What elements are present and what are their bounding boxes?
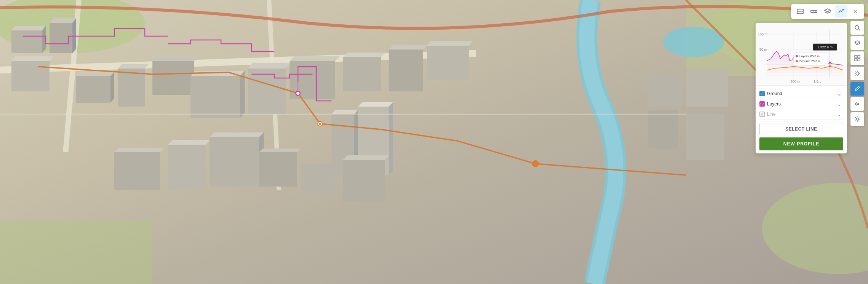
right-panel: ✕ [769, 0, 868, 284]
layers-icon-button[interactable] [850, 36, 864, 50]
search-icon-button[interactable] [850, 21, 864, 35]
svg-marker-16 [11, 56, 53, 61]
svg-marker-21 [118, 64, 149, 69]
svg-rect-24 [191, 76, 240, 118]
profile-panel: 100 m 50 m 500 m 1,0... 1,322.9 m [756, 23, 847, 153]
svg-point-74 [855, 26, 859, 29]
svg-rect-43 [114, 152, 160, 190]
layers-button[interactable] [822, 5, 834, 18]
chart-svg: 100 m 50 m 500 m 1,0... 1,322.9 m [756, 23, 847, 85]
svg-rect-52 [301, 164, 335, 194]
svg-marker-23 [152, 56, 198, 61]
svg-rect-31 [343, 57, 381, 91]
svg-point-104 [829, 65, 831, 67]
line-checkbox[interactable]: ✓ [759, 112, 765, 117]
new-profile-button[interactable]: NEW PROFILE [759, 137, 843, 150]
svg-rect-57 [648, 110, 678, 148]
elevation-profile-button[interactable] [835, 5, 847, 18]
svg-rect-27 [248, 69, 286, 114]
profile-controls: Ground ⌄ ✓ Layers ⌄ [756, 86, 847, 153]
svg-rect-35 [427, 46, 469, 80]
svg-marker-30 [290, 56, 340, 61]
line-chevron[interactable]: ⌄ [836, 111, 843, 117]
svg-point-63 [319, 123, 321, 125]
svg-text:1,322.9 m: 1,322.9 m [817, 45, 833, 49]
svg-rect-77 [858, 56, 860, 58]
svg-rect-55 [648, 76, 682, 107]
ground-chevron[interactable]: ⌄ [836, 91, 843, 97]
svg-point-103 [829, 61, 831, 64]
svg-rect-78 [855, 59, 857, 61]
edit-icon-button[interactable] [850, 82, 864, 96]
svg-rect-4 [0, 221, 152, 284]
svg-line-88 [855, 75, 856, 76]
svg-line-86 [859, 75, 860, 76]
svg-marker-34 [389, 45, 428, 49]
separator [759, 121, 843, 121]
svg-rect-47 [210, 137, 259, 187]
svg-rect-22 [152, 61, 194, 95]
svg-point-110 [796, 60, 798, 62]
measure-line-button[interactable] [808, 5, 820, 18]
svg-point-61 [296, 92, 299, 95]
map-container: ✕ [0, 0, 868, 284]
svg-marker-32 [343, 53, 386, 57]
ground-checkbox[interactable] [759, 91, 765, 96]
svg-rect-56 [686, 69, 728, 107]
close-button[interactable]: ✕ [849, 5, 861, 18]
svg-marker-36 [427, 41, 472, 46]
svg-marker-46 [168, 140, 210, 145]
svg-rect-58 [686, 114, 724, 160]
svg-rect-20 [118, 69, 145, 107]
svg-marker-28 [248, 63, 290, 69]
svg-rect-79 [858, 59, 860, 61]
sun-icon-button[interactable] [850, 67, 864, 80]
svg-marker-10 [11, 26, 46, 30]
svg-marker-51 [259, 148, 301, 152]
svg-rect-33 [389, 49, 423, 91]
ground-row: Ground ⌄ [759, 89, 843, 99]
settings-icon-button[interactable] [850, 112, 864, 126]
svg-point-90 [856, 118, 858, 120]
map-svg [0, 0, 868, 284]
svg-marker-19 [111, 72, 114, 103]
svg-marker-42 [389, 102, 393, 175]
svg-line-87 [859, 72, 860, 72]
svg-marker-18 [76, 72, 114, 76]
svg-line-85 [855, 72, 856, 72]
svg-marker-48 [210, 132, 264, 137]
svg-marker-13 [50, 18, 76, 23]
svg-rect-9 [11, 30, 42, 53]
svg-marker-54 [343, 155, 389, 160]
toolbar: ✕ [791, 4, 864, 19]
grid-icon-button[interactable] [850, 51, 864, 65]
svg-point-8 [663, 27, 724, 57]
measure-rect-button[interactable] [794, 5, 806, 18]
svg-rect-50 [259, 152, 297, 187]
svg-marker-41 [358, 102, 393, 107]
svg-marker-44 [114, 148, 165, 152]
svg-text:50 m: 50 m [759, 48, 767, 51]
svg-rect-53 [343, 160, 385, 202]
svg-rect-45 [168, 145, 206, 190]
layers-row: ✓ Layers ⌄ [759, 99, 843, 109]
share-icon-button[interactable] [850, 97, 864, 111]
svg-rect-15 [11, 61, 50, 91]
svg-text:Ground: 29.0 m: Ground: 29.0 m [799, 59, 821, 63]
layers-checkbox[interactable]: ✓ [759, 101, 765, 107]
svg-text:Layers: 85.8 m: Layers: 85.8 m [799, 54, 820, 58]
svg-rect-76 [855, 56, 857, 58]
svg-text:500 m: 500 m [791, 80, 800, 83]
svg-point-80 [856, 72, 859, 75]
select-line-button[interactable]: SELECT LINE [759, 123, 843, 135]
line-row: ✓ Line ⌄ [759, 109, 843, 120]
svg-point-65 [533, 162, 537, 166]
svg-rect-17 [76, 76, 111, 103]
svg-marker-11 [42, 26, 46, 53]
svg-text:100 m: 100 m [758, 32, 767, 36]
layers-chevron[interactable]: ⌄ [836, 101, 843, 107]
svg-line-75 [858, 29, 860, 30]
ground-label: Ground [767, 91, 782, 96]
svg-point-108 [796, 55, 798, 57]
side-icons [850, 21, 864, 126]
